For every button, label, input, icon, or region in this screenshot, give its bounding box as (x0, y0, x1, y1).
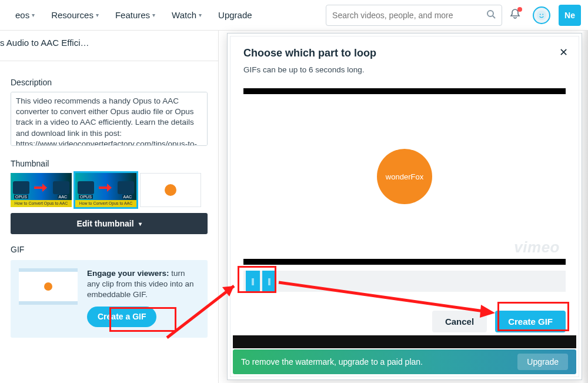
nav-label: Resources (51, 10, 93, 20)
svg-line-1 (493, 16, 495, 18)
gif-section-label: GIF (11, 245, 208, 254)
gif-card: Engage your viewers: turn any clip from … (11, 260, 208, 338)
nav-item-videos[interactable]: eos▾ (7, 10, 43, 20)
upgrade-button[interactable]: Upgrade (517, 354, 568, 370)
svg-point-0 (487, 11, 493, 16)
thumb-opus-label: OPUS (79, 195, 93, 199)
modal-actions: Cancel Create GIF (230, 292, 579, 332)
notifications-icon[interactable] (509, 8, 521, 22)
notification-dot (517, 7, 522, 12)
nav-item-upgrade[interactable]: Upgrade (210, 10, 260, 20)
chevron-down-icon: ▾ (199, 12, 202, 18)
thumb-caption: How to Convert Opus to AAC (11, 200, 72, 207)
nav-item-features[interactable]: Features▾ (107, 10, 163, 20)
loop-end-handle[interactable]: ‖ (262, 271, 276, 292)
thumbnail-option-selected[interactable]: OPUS AAC How to Convert Opus to AAC (75, 173, 136, 207)
backdrop-strip (233, 335, 576, 348)
upgrade-message: To remove the watermark, upgrade to a pa… (241, 357, 517, 367)
nav-item-resources[interactable]: Resources▾ (43, 10, 107, 20)
thumb-opus-label: OPUS (14, 195, 28, 199)
loop-range-handles[interactable]: ‖ ‖ (246, 271, 279, 292)
chevron-down-icon: ▾ (32, 12, 35, 18)
search-input[interactable] (332, 11, 486, 20)
right-edge-gradient (582, 31, 588, 383)
left-panel: s Audio to AAC Effici… Description Thumb… (0, 31, 219, 383)
description-label: Description (11, 78, 208, 87)
chevron-down-icon: ▾ (96, 12, 99, 18)
chevron-down-icon: ▾ (139, 221, 142, 227)
create-gif-confirm-button[interactable]: Create GIF (495, 311, 566, 332)
description-textarea[interactable] (11, 92, 208, 146)
gif-preview-thumb (19, 268, 78, 305)
thumbnail-list: OPUS AAC How to Convert Opus to AAC OPUS… (11, 173, 208, 207)
video-title: s Audio to AAC Effici… (0, 31, 218, 55)
top-nav: eos▾ Resources▾ Features▾ Watch▾ Upgrade… (0, 0, 588, 31)
thumb-aac-label: AAC (122, 195, 133, 199)
chevron-down-icon: ▾ (152, 12, 155, 18)
loop-timeline[interactable]: ‖ ‖ (243, 271, 566, 292)
wonderfox-logo: wonderFox (377, 149, 432, 204)
wonderfox-logo-label: wonderFox (386, 172, 423, 181)
search-icon (486, 9, 496, 21)
gif-headline: Engage your viewers: (87, 269, 169, 278)
thumbnail-option[interactable]: OPUS AAC How to Convert Opus to AAC (11, 173, 72, 207)
search-box[interactable] (326, 5, 502, 26)
nav-label: Watch (172, 10, 196, 20)
new-button-label: Ne (564, 11, 575, 20)
thumb-caption: How to Convert Opus to AAC (75, 200, 136, 207)
svg-point-4 (542, 14, 543, 15)
wonderfox-logo-icon (44, 282, 52, 291)
upgrade-banner: To remove the watermark, upgrade to a pa… (233, 349, 576, 374)
nav-label: Upgrade (218, 10, 252, 20)
thumbnail-label: Thumbnail (11, 159, 208, 168)
close-icon[interactable]: ✕ (559, 46, 568, 59)
wonderfox-logo-icon (165, 184, 176, 196)
nav-label: eos (15, 10, 29, 20)
modal-subtitle: GIFs can be up to 6 seconds long. (243, 65, 566, 74)
thumb-aac-label: AAC (58, 195, 68, 199)
left-panel-body[interactable]: Description Thumbnail OPUS AAC How to Co… (0, 61, 218, 383)
gif-card-text: Engage your viewers: turn any clip from … (87, 268, 199, 327)
cancel-button[interactable]: Cancel (432, 311, 487, 332)
avatar[interactable] (533, 6, 550, 24)
modal-title: Choose which part to loop (243, 47, 566, 59)
video-preview[interactable]: wonderFox vimeo (243, 88, 566, 265)
nav-item-watch[interactable]: Watch▾ (163, 10, 210, 20)
vimeo-watermark: vimeo (514, 238, 560, 257)
gif-modal: Choose which part to loop ✕ GIFs can be … (227, 33, 582, 380)
edit-thumbnail-button[interactable]: Edit thumbnail ▾ (11, 213, 208, 234)
edit-thumbnail-label: Edit thumbnail (76, 219, 133, 228)
loop-start-handle[interactable]: ‖ (246, 271, 260, 292)
thumbnail-option[interactable] (140, 173, 201, 207)
create-gif-button[interactable]: Create a GIF (87, 307, 156, 327)
nav-label: Features (115, 10, 150, 20)
new-button[interactable]: Ne (559, 5, 581, 26)
svg-point-2 (537, 10, 547, 20)
svg-point-3 (540, 14, 541, 15)
